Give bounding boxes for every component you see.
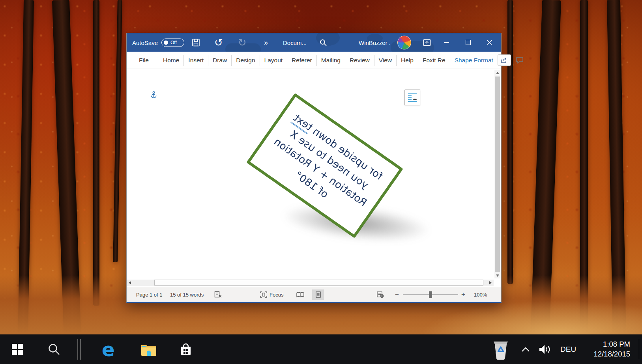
tree-trunk	[93, 0, 99, 306]
separator-line	[80, 339, 81, 360]
save-button[interactable]	[192, 38, 200, 47]
minimize-icon	[444, 42, 449, 43]
proofing-status-button[interactable]	[214, 291, 222, 298]
scroll-down-button[interactable]	[494, 273, 500, 278]
zoom-out-button[interactable]: −	[395, 291, 399, 299]
scroll-up-button[interactable]	[494, 70, 500, 76]
ribbon-display-options-icon	[423, 39, 431, 46]
tab-insert[interactable]: Insert	[184, 55, 208, 66]
triangle-up-icon	[496, 72, 499, 74]
recycle-bin-icon	[491, 338, 511, 360]
tab-references[interactable]: Referer	[287, 55, 317, 66]
autosave-toggle[interactable]: Off	[161, 38, 184, 47]
tab-foxit[interactable]: Foxit Re	[418, 55, 450, 66]
close-icon	[487, 40, 492, 45]
save-icon	[192, 38, 200, 47]
scroll-right-button[interactable]	[487, 280, 494, 286]
document-canvas[interactable]: for upside down text you need to use X R…	[127, 69, 501, 287]
volume-icon	[538, 344, 551, 355]
language-indicator[interactable]: DEU	[560, 345, 576, 354]
more-commands-button[interactable]: »	[264, 38, 268, 47]
zoom-slider-track[interactable]	[403, 294, 458, 295]
share-icon	[501, 57, 508, 63]
word-count[interactable]: 15 of 15 words	[170, 292, 204, 298]
document-title: Docum...	[283, 39, 307, 46]
page-indicator[interactable]: Page 1 of 1	[136, 292, 163, 298]
scroll-left-button[interactable]	[127, 280, 133, 286]
minimize-button[interactable]	[442, 37, 452, 48]
search-icon	[47, 343, 61, 356]
search-icon	[319, 39, 327, 47]
taskbar-search-button[interactable]	[47, 343, 61, 356]
file-explorer-taskbar-button[interactable]	[140, 343, 157, 356]
layout-options-icon	[407, 92, 418, 103]
redo-icon: ↻	[238, 36, 247, 49]
vertical-scrollbar[interactable]	[494, 70, 500, 278]
horizontal-scrollbar[interactable]	[127, 280, 494, 286]
ribbon-display-options-button[interactable]	[422, 37, 432, 48]
tab-mailings[interactable]: Mailing	[317, 55, 345, 66]
zoom-level[interactable]: 100%	[474, 292, 487, 298]
tab-help[interactable]: Help	[397, 55, 418, 66]
share-button[interactable]	[498, 54, 511, 66]
clock-time: 1:08 PM	[593, 339, 630, 349]
tab-draw[interactable]: Draw	[208, 55, 232, 66]
maximize-button[interactable]	[463, 37, 473, 48]
tray-expand-button[interactable]	[521, 346, 530, 353]
layout-options-button[interactable]	[404, 90, 420, 105]
taskbar-separator	[77, 339, 81, 360]
tab-shape-format[interactable]: Shape Format	[450, 55, 498, 66]
store-taskbar-button[interactable]	[178, 342, 193, 357]
search-button[interactable]	[319, 39, 327, 47]
read-mode-button[interactable]	[294, 289, 306, 300]
edge-taskbar-button[interactable]: e	[102, 340, 115, 359]
recycle-bin-icon-item[interactable]	[491, 338, 511, 360]
tab-view[interactable]: View	[374, 55, 397, 66]
focus-mode-button[interactable]: Focus	[260, 291, 283, 298]
tree-trunk	[507, 0, 513, 284]
file-explorer-icon	[140, 343, 157, 356]
undo-icon: ↺	[214, 36, 223, 49]
chevron-up-icon	[521, 346, 530, 353]
account-avatar-button[interactable]	[397, 35, 411, 49]
triangle-right-icon	[489, 281, 492, 284]
focus-icon	[260, 291, 267, 298]
triangle-down-icon	[496, 274, 499, 277]
triangle-left-icon	[129, 281, 131, 284]
status-bar: Page 1 of 1 15 of 15 words Focus	[127, 287, 501, 302]
taskbar: e	[0, 334, 642, 364]
account-name[interactable]: WinBuzzer .	[359, 39, 391, 46]
clock-date: 12/18/2015	[593, 349, 630, 360]
tab-review[interactable]: Review	[345, 55, 374, 66]
separator-line	[77, 339, 78, 360]
close-button[interactable]	[484, 37, 494, 48]
autosave-label: AutoSave	[132, 39, 158, 46]
comments-icon[interactable]	[516, 57, 524, 63]
store-icon	[178, 342, 193, 357]
redo-button[interactable]: ↻	[238, 36, 247, 49]
toggle-knob	[164, 40, 168, 45]
ribbon-tab-bar: File Home Insert Draw Design Layout Refe…	[127, 52, 501, 69]
avatar	[397, 35, 411, 49]
undo-button[interactable]: ↺	[214, 36, 223, 49]
start-button[interactable]	[11, 343, 24, 356]
tab-layout[interactable]: Layout	[260, 55, 288, 66]
print-layout-icon	[316, 291, 321, 298]
tab-design[interactable]: Design	[232, 55, 260, 66]
zoom-slider-handle[interactable]	[429, 291, 432, 298]
anchor-indicator	[150, 91, 157, 100]
zoom-in-button[interactable]: +	[461, 291, 465, 299]
print-layout-button[interactable]	[312, 289, 324, 300]
web-layout-icon	[377, 291, 384, 298]
volume-button[interactable]	[538, 344, 551, 355]
title-bar: AutoSave Off ↺ ↻ » Docum... WinBuzzer .	[127, 33, 501, 52]
tab-file[interactable]: File	[135, 55, 153, 66]
vertical-scroll-thumb[interactable]	[495, 77, 500, 272]
show-desktop-divider[interactable]	[639, 339, 639, 359]
maximize-icon	[466, 40, 471, 45]
zoom-slider[interactable]	[403, 294, 458, 295]
clock[interactable]: 1:08 PM 12/18/2015	[593, 339, 630, 360]
horizontal-scroll-thumb[interactable]	[154, 280, 483, 286]
tab-home[interactable]: Home	[159, 55, 184, 66]
web-layout-button[interactable]	[374, 289, 386, 300]
